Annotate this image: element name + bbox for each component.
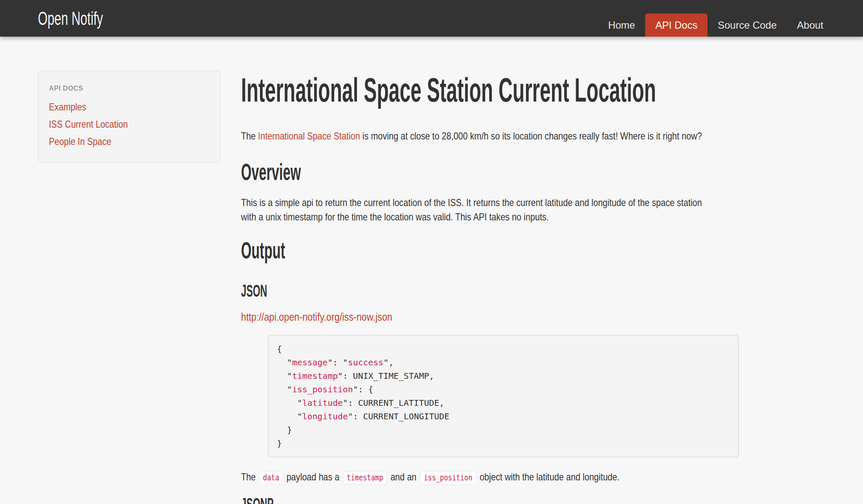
code-text: " [277,411,302,421]
navbar: Open Notify HomeAPI DocsSource CodeAbout [0,0,863,37]
text-segment: The [241,130,258,142]
sidebar-item-iss-current-location[interactable]: ISS Current Location [49,119,185,129]
nav-item-api-docs[interactable]: API Docs [645,13,708,37]
json-code-block: { "message": "success", "timestamp": UNI… [268,335,739,457]
text-segment: and an [388,471,419,483]
output-heading: Output [241,238,540,263]
sidebar-title: API DOCS [49,85,212,92]
overview-line: This is a simple api to return the curre… [241,196,682,210]
overview-line: with a unix timestamp for the time the l… [241,210,682,224]
code-line: { [277,342,730,356]
inline-code-data: data [259,471,283,485]
text-segment: is moving at close to 28,000 km/h so its… [360,130,702,142]
sidebar-items: ExamplesISS Current LocationPeople In Sp… [49,102,212,147]
sidebar-item-people-in-space[interactable]: People In Space [49,136,185,147]
code-line: } [277,437,730,450]
navbar-container: Open Notify HomeAPI DocsSource CodeAbout [38,0,825,37]
text-segment: payload has a [284,471,342,483]
code-line: "latitude": CURRENT_LATITUDE, [277,396,730,410]
code-key: longitude [302,411,348,421]
main-content: International Space Station Current Loca… [241,37,766,504]
code-text: ": { [353,384,373,394]
endpoint-paragraph: http://api.open-notify.org/iss-now.json [241,311,682,323]
code-text: ": CURRENT_LATITUDE, [343,398,450,408]
text-segment: The [241,471,258,483]
brand-link[interactable]: Open Notify [38,8,103,29]
inline-link-international-space-station[interactable]: International Space Station [258,130,360,142]
page-container: API DOCS ExamplesISS Current LocationPeo… [38,37,825,504]
code-text: } [277,438,282,448]
nav-item-about[interactable]: About [787,13,834,37]
code-text: " [277,384,292,394]
json-heading: JSON [241,281,540,300]
intro-paragraph: The International Space Station is movin… [241,129,682,143]
inline-code-iss-position: iss_position [420,471,476,485]
code-text: ": CURRENT_LONGITUDE [348,411,450,421]
code-text: } [277,425,297,435]
code-key: success [348,357,383,367]
payload-note-paragraph: The data payload has a timestamp and an … [241,470,682,485]
code-text: ": UNIX_TIME_STAMP, [338,371,440,381]
jsonp-heading: JSONP [241,495,540,504]
code-text: { [277,344,282,354]
code-text: ": " [327,357,348,367]
nav-item-home[interactable]: Home [598,13,645,37]
code-key: iss_position [292,384,353,394]
code-line: "timestamp": UNIX_TIME_STAMP, [277,369,730,383]
overview-paragraph: This is a simple api to return the curre… [241,196,682,224]
page-title: International Space Station Current Loca… [241,72,545,108]
code-text: " [277,357,292,367]
overview-heading: Overview [241,159,540,185]
code-key: latitude [302,398,343,408]
nav-items: HomeAPI DocsSource CodeAbout [598,0,834,37]
inline-code-timestamp: timestamp [343,471,387,485]
nav-item-source-code[interactable]: Source Code [708,13,787,37]
code-line: } [277,423,730,437]
sidebar-panel: API DOCS ExamplesISS Current LocationPeo… [38,71,220,162]
code-text: " [277,398,302,408]
code-key: timestamp [292,371,338,381]
code-line: "message": "success", [277,356,730,369]
sidebar-item-examples[interactable]: Examples [49,102,185,112]
code-text: ", [383,357,399,367]
text-segment: object with the latitude and longitude. [477,471,619,483]
code-key: message [292,357,327,367]
code-line: "iss_position": { [277,383,730,396]
code-text: " [277,371,292,381]
endpoint-link[interactable]: http://api.open-notify.org/iss-now.json [241,311,392,323]
code-line: "longitude": CURRENT_LONGITUDE [277,410,730,423]
